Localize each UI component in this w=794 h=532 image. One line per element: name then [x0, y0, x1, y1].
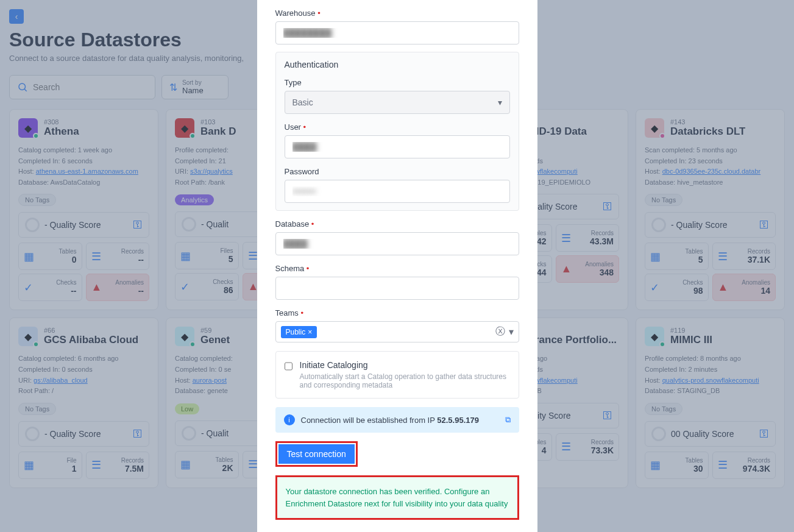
warehouse-label: Warehouse •: [275, 9, 519, 18]
copy-icon[interactable]: ⧉: [505, 415, 511, 425]
connection-modal: Warehouse • Authentication Type Basic ▾ …: [257, 0, 537, 532]
schema-input[interactable]: [275, 277, 519, 300]
chevron-down-icon: ▾: [498, 98, 502, 107]
clear-icon[interactable]: ⓧ: [495, 325, 505, 338]
modal-overlay: Warehouse • Authentication Type Basic ▾ …: [0, 0, 794, 532]
ip-info-banner: i Connection will be established from IP…: [275, 407, 519, 433]
teams-label: Teams •: [275, 308, 519, 317]
password-input[interactable]: [285, 180, 510, 203]
test-connection-button[interactable]: Test connection: [278, 444, 355, 464]
schema-label: Schema •: [275, 264, 519, 273]
test-connection-highlight: Test connection: [275, 441, 358, 467]
type-select[interactable]: Basic ▾: [285, 91, 510, 114]
database-label: Database •: [275, 219, 519, 229]
initiate-cataloging-row[interactable]: Initiate Cataloging Automatically start …: [275, 351, 519, 399]
user-label: User •: [285, 122, 510, 132]
type-label: Type: [285, 78, 510, 87]
cb-desc: Automatically start a Catalog operation …: [300, 372, 510, 389]
password-label: Password: [285, 167, 510, 176]
team-chip-public[interactable]: Public ×: [281, 326, 317, 338]
auth-section: Authentication Type Basic ▾ User • Passw…: [275, 52, 519, 211]
info-icon: i: [284, 414, 295, 425]
success-message: Your datastore connection has been verif…: [275, 475, 519, 520]
database-input[interactable]: [275, 232, 519, 255]
chevron-down-icon: ▾: [509, 326, 514, 338]
initiate-cataloging-checkbox[interactable]: [285, 361, 292, 371]
teams-select[interactable]: Public × ⓧ ▾: [275, 321, 519, 342]
close-icon[interactable]: ×: [308, 328, 312, 336]
warehouse-input[interactable]: [275, 21, 519, 44]
user-input[interactable]: [285, 135, 510, 158]
cb-title: Initiate Cataloging: [300, 360, 510, 370]
auth-title: Authentication: [285, 60, 510, 69]
